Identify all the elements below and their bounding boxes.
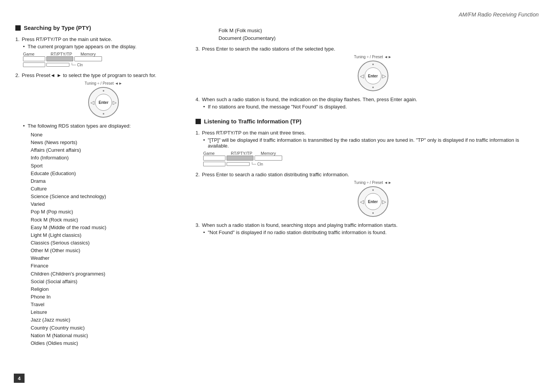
traffic-step-1: 1. Press RT/PTY/TP on the main unit thre…	[196, 130, 539, 166]
traffic-panel-row-1	[203, 156, 539, 161]
dial-inner: Enter	[95, 94, 112, 111]
display-panel-1: Game RT/PTY/TP Memory	[23, 52, 180, 67]
traffic-step-1-text: Press RT/PTY/TP on the main unit three t…	[202, 130, 306, 136]
rds-item-culture: Culture	[31, 185, 180, 193]
traffic-step-3: 3. When such a radio station is found, s…	[196, 222, 539, 235]
label-memory: Memory	[81, 52, 107, 56]
traffic-box-rt	[227, 156, 253, 161]
traffic-step-3-bullet-1: "Not Found" is displayed if no radio sta…	[203, 230, 539, 235]
dial-2-enter-label: Enter	[368, 74, 378, 78]
traffic-step-3-bullets: "Not Found" is displayed if no radio sta…	[203, 230, 539, 235]
rds-item-nationm: Nation M (National music)	[31, 332, 180, 340]
page-title: AM/FM Radio Receiving Function	[15, 11, 539, 18]
rds-item-varied: Varied	[31, 200, 180, 208]
traffic-box-game	[203, 156, 225, 161]
dial-outer: ◁ Enter ▷	[88, 87, 119, 118]
rds-item-affairs: Affairs (Current affairs)	[31, 146, 180, 154]
right-step-3-line: 3. Press Enter to search the radio stati…	[196, 46, 539, 52]
traffic-section-title: Listening to Traffic Information (TP)	[196, 118, 539, 125]
rds-item-drama: Drama	[31, 177, 180, 185]
dial-1: Tuning ÷ / Preset ◄► ◁ Enter ▷	[27, 81, 180, 118]
dial-2-label: Tuning ÷ / Preset ◄►	[354, 55, 391, 59]
traffic-step-2-line: 2. Press Enter to search a radio station…	[196, 172, 539, 177]
right-step-4-bullet-1: If no stations are found, the message "N…	[203, 104, 539, 110]
section-title-pty: Searching by Type (PTY)	[15, 25, 180, 31]
rds-item-leisure: Leisure	[31, 308, 180, 316]
step-1-bullet-1: The current program type appears on the …	[23, 44, 180, 49]
traffic-box-line2b	[227, 162, 250, 166]
section-title-icon	[15, 25, 21, 31]
rds-document: Document (Documentary)	[219, 34, 539, 42]
traffic-box-mem	[255, 156, 282, 161]
traffic-step-2: 2. Press Enter to search a radio station…	[196, 172, 539, 217]
right-step-4-bullets: If no stations are found, the message "N…	[203, 104, 539, 110]
dial-label-top: Tuning ÷ / Preset ◄►	[85, 81, 122, 85]
traffic-step-2-text: Press Enter to search a radio station di…	[202, 172, 349, 177]
traffic-step-3-num: 3.	[196, 222, 200, 228]
rds-item-easym: Easy M (Middle of the road music)	[31, 224, 180, 231]
traffic-label-rt: RT/PTY/TP	[231, 151, 261, 156]
label-rt: RT/PTY/TP	[51, 52, 81, 56]
dial-3: Tuning ÷ / Preset ◄► ◁ Enter ▷	[207, 180, 539, 217]
step-1-bullets: The current program type appears on the …	[23, 44, 180, 49]
right-column: Folk M (Folk music) Document (Documentar…	[196, 25, 539, 347]
traffic-step-1-bullet-1: "[TP]" will be displayed if traffic info…	[203, 137, 539, 149]
dial-2-dot-bottom	[372, 87, 374, 88]
dial-3-outer: ◁ Enter ▷	[358, 186, 388, 217]
left-column: Searching by Type (PTY) 1. Press RT/PTY/…	[15, 25, 180, 347]
continued-rds-list: Folk M (Folk music) Document (Documentar…	[219, 27, 539, 42]
dial-3-dot-bottom	[372, 212, 374, 214]
traffic-step-2-num: 2.	[196, 172, 200, 177]
rds-item-classics: Classics (Serious classics)	[31, 239, 180, 247]
rds-item-phonein: Phone In	[31, 293, 180, 301]
panel-row-1	[23, 56, 180, 61]
rds-item-travel: Travel	[31, 301, 180, 308]
dial-3-enter-label: Enter	[368, 200, 378, 204]
panel-labels-row: Game RT/PTY/TP Memory	[23, 52, 180, 56]
dial-2-inner: Enter	[365, 67, 381, 84]
dial-2-outer: ◁ Enter ▷	[358, 61, 388, 91]
panel-boxes: └─ Cln	[23, 56, 180, 67]
traffic-section: Listening to Traffic Information (TP) 1.…	[196, 118, 539, 235]
dial-2-arrow-left: ◁	[360, 73, 364, 79]
rds-intro-text: The following RDS station types are disp…	[28, 123, 131, 129]
rds-list: None News (News reports) Affairs (Curren…	[31, 131, 180, 347]
rds-intro: The following RDS station types are disp…	[23, 123, 180, 129]
right-step-4-num: 4.	[196, 97, 200, 102]
traffic-section-text: Listening to Traffic Information (TP)	[204, 118, 301, 125]
traffic-step-1-line: 1. Press RT/PTY/TP on the main unit thre…	[196, 130, 539, 136]
step-1-text: Press RT/PTY/TP on the main unit twice.	[22, 36, 112, 42]
label-game: Game	[23, 52, 51, 56]
traffic-panel-row-2: └─ Cln	[203, 162, 539, 166]
page-container: AM/FM Radio Receiving Function Searching…	[0, 0, 554, 362]
rds-item-news: News (News reports)	[31, 139, 180, 146]
traffic-step-3-line: 3. When such a radio station is found, s…	[196, 222, 539, 228]
box-rt	[46, 56, 73, 61]
traffic-step-1-bullets: "[TP]" will be displayed if traffic info…	[203, 137, 539, 149]
rds-item-children: Children (Children's programmes)	[31, 270, 180, 278]
rds-item-religion: Religion	[31, 285, 180, 293]
dial-dot-top	[103, 90, 104, 92]
step-2-text: Press Preset◄ ► to select the type of pr…	[22, 72, 156, 78]
right-step-3-text: Press Enter to search the radio stations…	[202, 46, 335, 52]
right-step-4-text: When such a radio station is found, the …	[202, 97, 417, 102]
dial-arrow-left: ◁	[90, 100, 94, 105]
cln-label: └─ Cln	[71, 63, 83, 67]
traffic-panel-labels: Game RT/PTY/TP Memory	[203, 151, 539, 156]
traffic-step-1-num: 1.	[196, 130, 200, 136]
box-mem	[74, 56, 102, 61]
rds-item-country: Country (Country music)	[31, 324, 180, 332]
traffic-box-line2a	[203, 162, 225, 166]
dial-dot-bottom	[103, 113, 104, 115]
rds-item-oldies: Oldies (Oldies music)	[31, 340, 180, 347]
traffic-step-3-text: When such a radio station is found, sear…	[202, 222, 398, 228]
rds-item-otherm: Other M (Other music)	[31, 247, 180, 254]
rds-item-educate: Educate (Education)	[31, 170, 180, 177]
rds-item-weather: Weather	[31, 254, 180, 262]
dial-3-inner: Enter	[365, 193, 381, 210]
dial-2-arrow-right: ▷	[382, 73, 386, 79]
rds-item-sport: Sport	[31, 162, 180, 170]
right-step-3-num: 3.	[196, 46, 200, 52]
section-title-text: Searching by Type (PTY)	[24, 25, 91, 31]
rds-item-science: Science (Science and technology)	[31, 193, 180, 200]
